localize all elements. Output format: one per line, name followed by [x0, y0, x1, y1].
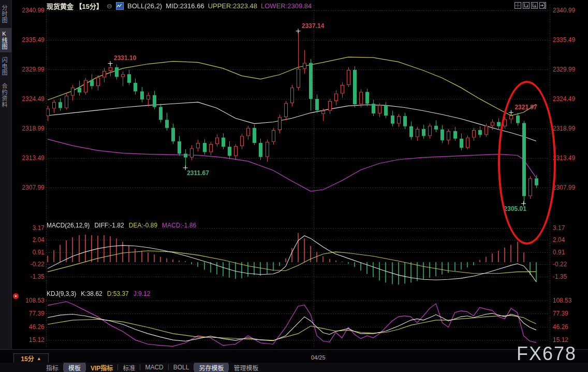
price-tick-label: -0.22	[553, 261, 587, 268]
price-tick-label: 108.53	[553, 297, 587, 304]
expand-axis-icon[interactable]	[531, 2, 538, 9]
price-tick-label: 2307.99	[12, 184, 45, 191]
boll-mid-value: MID:2316.66	[166, 2, 204, 10]
collapse-icon[interactable]: ⊖	[107, 2, 112, 10]
timeframe-arrow-icon: ▲	[37, 356, 41, 361]
date-tick-label: 04/25	[311, 354, 326, 361]
price-tick-label: 2313.49	[12, 154, 45, 162]
bottom-menu-bar: 指标 模板 VIP指标 标准 MACD BOLL 另存模板 管理模板	[0, 363, 588, 372]
price-tick-label: 2318.99	[553, 125, 587, 132]
macd-macd-value: MACD:-1.86	[162, 222, 196, 229]
price-tick-label: -1.35	[12, 273, 45, 280]
menu-item-standard[interactable]: 标准	[118, 363, 140, 372]
price-tick-label: 2324.49	[12, 95, 45, 103]
menu-item-vip-indicators[interactable]: VIP指标	[86, 363, 117, 372]
indicator-dot-icon[interactable]	[13, 293, 19, 299]
timeframe-selector[interactable]: 15分 ▲	[13, 353, 49, 363]
highlight-ellipse-annotation	[498, 81, 556, 245]
price-tick-label: 77.39	[12, 310, 45, 317]
chart-header: 现货黄金 【15分】 ⊖ BOLL(26,2) MID:2316.66 UPPE…	[47, 2, 312, 10]
chart-toolbar	[514, 2, 546, 9]
price-tick-label: 2313.49	[553, 154, 587, 162]
price-tick-label: 2340.99	[12, 7, 45, 14]
price-tick-label: 77.39	[553, 310, 587, 317]
price-tick-label: 3.17	[12, 224, 45, 232]
kdj-panel-header: KDJ(9,3,3) K:38.62 D:53.37 J:9.12	[47, 290, 150, 297]
move-icon[interactable]	[514, 2, 521, 9]
kdj-d-value: D:53.37	[107, 290, 129, 297]
menu-item-save-template[interactable]: 另存模板	[194, 363, 228, 372]
price-annotation-label: 2311.67	[187, 169, 209, 177]
price-tick-label: 2335.49	[553, 36, 587, 44]
price-tick-label: 2335.49	[12, 36, 45, 44]
sidebar-item-contract-info[interactable]: 合约资料	[0, 80, 11, 110]
chart-window: 分时图 K线图 闪电图 合约资料 现货黄金 【15分】 ⊖ BOLL(26,2)…	[0, 0, 588, 372]
price-tick-label: -1.35	[553, 273, 587, 280]
macd-dea-value: DEA:-0.89	[129, 222, 157, 229]
price-tick-label: 15.12	[553, 336, 587, 344]
price-tick-label: 3.17	[553, 224, 587, 232]
price-tick-label: 2.04	[12, 236, 45, 244]
price-tick-label: 2.04	[553, 236, 587, 244]
menu-item-indicators[interactable]: 指标	[41, 363, 63, 372]
price-tick-label: -0.22	[12, 261, 45, 268]
kdj-indicator-label: KDJ(9,3,3)	[47, 290, 76, 297]
sidebar-item-lightning-chart[interactable]: 闪电图	[0, 54, 11, 78]
price-tick-label: 46.26	[553, 323, 587, 331]
kdj-k-value: K:38.62	[81, 290, 102, 297]
menu-item-manage-templates[interactable]: 管理模板	[229, 363, 263, 372]
price-tick-label: 2340.99	[553, 7, 587, 14]
boll-indicator-label: BOLL(26,2)	[127, 2, 162, 10]
menu-item-templates[interactable]: 模板	[64, 363, 85, 372]
price-tick-label: 46.26	[12, 323, 45, 331]
boll-upper-value: UPPER:2323.48	[208, 2, 257, 10]
time-axis-row: 15分 ▲ 04/25	[0, 349, 588, 363]
sidebar-item-time-chart[interactable]: 分时图	[0, 2, 11, 26]
price-tick-label: 2329.99	[553, 66, 587, 73]
compress-axis-icon[interactable]	[523, 2, 530, 9]
indicator-chart-icon[interactable]	[116, 2, 124, 10]
price-tick-label: 2329.99	[12, 66, 45, 73]
price-tick-label: 2324.49	[553, 95, 587, 103]
price-annotation-label: 2337.14	[302, 22, 324, 30]
menu-item-boll[interactable]: BOLL	[169, 363, 194, 371]
price-tick-label: 2307.99	[553, 184, 587, 191]
price-tick-label: 0.91	[12, 249, 45, 256]
exit-icon[interactable]	[539, 2, 546, 9]
macd-indicator-label: MACD(26,12,9)	[47, 222, 90, 229]
sidebar-item-kline-chart[interactable]: K线图	[0, 28, 11, 52]
watermark: FX678	[517, 343, 577, 365]
macd-panel-header: MACD(26,12,9) DIFF:-1.82 DEA:-0.89 MACD:…	[47, 222, 196, 229]
boll-lower-value: LOWER:2309.84	[261, 2, 312, 10]
timeframe-label: 15分	[21, 354, 34, 363]
menu-item-macd[interactable]: MACD	[140, 363, 168, 371]
instrument-title: 现货黄金 【15分】	[47, 1, 103, 11]
macd-diff-value: DIFF:-1.82	[94, 222, 124, 229]
price-annotation-label: 2331.10	[114, 54, 136, 62]
price-tick-label: 15.12	[12, 336, 45, 344]
left-sidebar: 分时图 K线图 闪电图 合约资料	[0, 0, 12, 352]
price-tick-label: 0.91	[553, 249, 587, 256]
price-tick-label: 2318.99	[12, 125, 45, 132]
kdj-j-value: J:9.12	[134, 290, 151, 297]
